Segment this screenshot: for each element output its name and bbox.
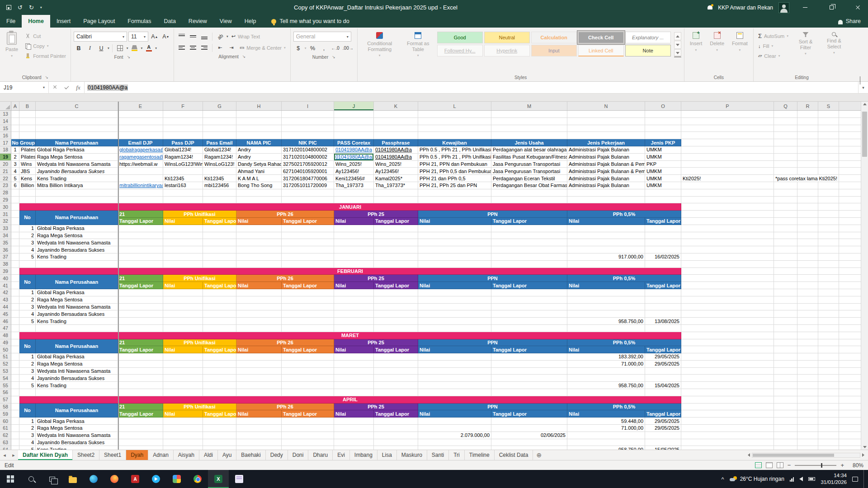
- cell-O64[interactable]: 15/05/2025: [645, 446, 681, 450]
- undo-icon[interactable]: ↺: [18, 4, 23, 11]
- cell-F46[interactable]: [163, 318, 203, 325]
- cell-I17[interactable]: NIK PIC: [282, 139, 334, 146]
- cell-H60[interactable]: [236, 418, 282, 425]
- cell-beyond-48[interactable]: [839, 332, 861, 339]
- zoom-in-icon[interactable]: +: [840, 462, 844, 469]
- cell-A35[interactable]: [11, 239, 19, 246]
- cell-E13[interactable]: [118, 111, 163, 118]
- cell-A47[interactable]: [11, 325, 19, 332]
- cell-R37[interactable]: [797, 253, 818, 261]
- cell-R44[interactable]: [797, 304, 818, 311]
- cell-E46[interactable]: [118, 318, 163, 325]
- cell-J33[interactable]: [334, 225, 374, 232]
- decrease-decimal-button[interactable]: .00→: [342, 43, 354, 53]
- cell-I21[interactable]: 6271040105920001: [282, 168, 334, 175]
- cell-S55[interactable]: [818, 382, 839, 389]
- cell-Q47[interactable]: [774, 325, 797, 332]
- cell-K13[interactable]: [374, 111, 418, 118]
- cell-E21[interactable]: [118, 168, 163, 175]
- cell-H59[interactable]: Nilai: [236, 410, 282, 418]
- cell-E36[interactable]: [118, 246, 163, 253]
- cell-R41[interactable]: [797, 282, 818, 289]
- cell-J40[interactable]: PPh 25: [334, 275, 418, 282]
- show-desktop-button[interactable]: [863, 470, 866, 488]
- row-header-40[interactable]: 40: [0, 275, 11, 282]
- col-header-O[interactable]: O: [645, 102, 681, 110]
- cell-J49[interactable]: PPh 25: [334, 339, 418, 347]
- sheet-tab-santi[interactable]: Santi: [427, 450, 449, 460]
- cell-L55[interactable]: [418, 382, 491, 389]
- cell-A17[interactable]: No: [11, 139, 19, 146]
- cell-E43[interactable]: [118, 296, 163, 304]
- row-header-14[interactable]: 14: [0, 118, 11, 125]
- cell-S54[interactable]: [818, 375, 839, 382]
- cell-C55[interactable]: Kens Trading: [36, 382, 118, 389]
- cell-N49[interactable]: PPh 0,5%: [567, 339, 681, 347]
- bottom-align-button[interactable]: [199, 32, 209, 41]
- cell-beyond-35[interactable]: [839, 239, 861, 246]
- account-name[interactable]: KKP Anwar dan Rekan: [718, 5, 773, 11]
- row-header-20[interactable]: 20: [0, 161, 11, 168]
- cell-M38[interactable]: [491, 261, 567, 268]
- cell-K52[interactable]: [374, 361, 418, 368]
- cell-F19[interactable]: Ragam1234!: [163, 154, 203, 161]
- cell-F18[interactable]: Global1234!: [163, 146, 203, 154]
- cell-I59[interactable]: Tanggal Lapor: [282, 410, 334, 418]
- cell-N61[interactable]: 71.000,00: [567, 425, 645, 432]
- cell-beyond-45[interactable]: [839, 310, 861, 318]
- cell-B15[interactable]: [19, 125, 36, 132]
- cell-beyond-47[interactable]: [839, 325, 861, 332]
- cell-B55[interactable]: 5: [19, 382, 36, 389]
- cell-R63[interactable]: [797, 439, 818, 446]
- percent-style-button[interactable]: %: [307, 43, 317, 53]
- cell-O33[interactable]: [645, 225, 681, 232]
- cell-L64[interactable]: [418, 446, 491, 450]
- cell-A38[interactable]: [11, 261, 19, 268]
- cell-K46[interactable]: [374, 318, 418, 325]
- horizontal-scrollbar-thumb[interactable]: [753, 454, 834, 457]
- cell-M59[interactable]: Tanggal Lapor: [491, 410, 567, 418]
- cell-E63[interactable]: [118, 439, 163, 446]
- cell-M63[interactable]: [491, 439, 567, 446]
- row-header-39[interactable]: 39: [0, 268, 11, 275]
- cell-J56[interactable]: [334, 389, 374, 396]
- cell-R23[interactable]: [797, 182, 818, 189]
- cell-N36[interactable]: [567, 246, 645, 253]
- cell-O41[interactable]: Tanggal Lapor: [645, 282, 681, 289]
- cell-H44[interactable]: [236, 304, 282, 311]
- cell-P31[interactable]: [681, 211, 774, 218]
- col-header-G[interactable]: G: [203, 102, 236, 110]
- row-header-47[interactable]: 47: [0, 325, 11, 332]
- col-header-C[interactable]: C: [36, 102, 118, 110]
- cell-F23[interactable]: lestari163: [163, 182, 203, 189]
- cell-M37[interactable]: [491, 253, 567, 261]
- cell-M33[interactable]: [491, 225, 567, 232]
- cell-P43[interactable]: [681, 296, 774, 304]
- cell-K44[interactable]: [374, 304, 418, 311]
- cell-C45[interactable]: Jayanindo Bersaudara Sukses: [36, 310, 118, 318]
- cell-R20[interactable]: [797, 161, 818, 168]
- cell-L46[interactable]: [418, 318, 491, 325]
- cell-K38[interactable]: [374, 261, 418, 268]
- cell-K51[interactable]: [374, 353, 418, 361]
- cell-P37[interactable]: [681, 253, 774, 261]
- cell-L47[interactable]: [418, 325, 491, 332]
- font-color-button[interactable]: A: [144, 43, 154, 53]
- cell-B45[interactable]: 4: [19, 310, 36, 318]
- sheet-tab-lisa[interactable]: Lisa: [377, 450, 397, 460]
- cell-R48[interactable]: [797, 332, 818, 339]
- cell-N62[interactable]: [567, 432, 645, 439]
- cell-F14[interactable]: [163, 118, 203, 125]
- cell-S18[interactable]: [818, 146, 839, 154]
- cell-style-explanatory[interactable]: Explanatory ...: [625, 32, 671, 43]
- cell-N19[interactable]: Administrasi Pajak Bulanan: [567, 154, 645, 161]
- cell-S64[interactable]: [818, 446, 839, 450]
- cell-M50[interactable]: Tanggal Lapor: [491, 346, 567, 353]
- cell-F43[interactable]: [163, 296, 203, 304]
- cell-I18[interactable]: 3171020104800002: [282, 146, 334, 154]
- cell-A53[interactable]: [11, 368, 19, 375]
- cell-P22[interactable]: Kti2025!: [681, 175, 774, 182]
- cell-beyond-60[interactable]: [839, 418, 861, 425]
- cell-R29[interactable]: [797, 197, 818, 204]
- cell-E15[interactable]: [118, 125, 163, 132]
